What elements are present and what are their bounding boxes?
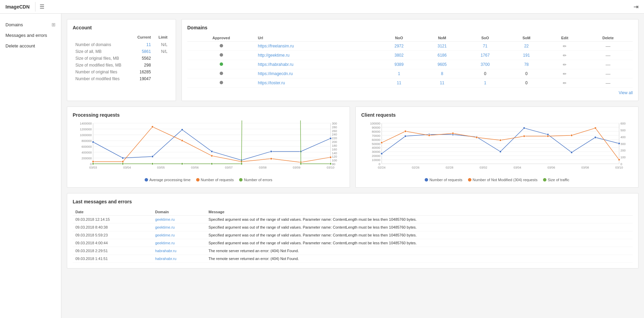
message-domain[interactable]: geektime.ru [155,217,175,221]
svg-text:03/05: 03/05 [157,166,165,169]
domains-col-noo: NoO [378,34,421,42]
legend-dot [196,178,200,182]
nav-divider [35,2,35,12]
domains-col-delete: Delete [583,34,633,42]
domain-row: https://toster.ru111110✏— [187,78,633,88]
legend-dot [543,178,546,182]
domain-url[interactable]: http://geektime.ru [258,53,290,58]
svg-point-115 [594,136,596,139]
edit-icon[interactable]: ✏ [563,44,567,49]
legend-dot [425,178,428,182]
client-legend: Number of requestsNumber of Not Modified… [361,178,633,182]
delete-icon[interactable]: — [606,80,611,86]
message-row: 09.03.2018 4:00:44geektime.ruSpecified a… [73,239,633,247]
menu-icon[interactable]: ☰ [40,3,44,10]
edit-icon[interactable]: ✏ [563,53,567,58]
svg-point-49 [122,161,124,163]
domains-col-soo: SoO [464,34,507,42]
edit-icon[interactable]: ✏ [563,62,567,67]
account-row: Size of all, MB5861N/L [73,48,170,55]
domains-col-nom: NoM [421,34,464,42]
domains-col-url: Url [255,34,378,42]
svg-point-43 [211,150,213,153]
svg-point-117 [381,142,383,144]
svg-text:80: 80 [332,162,335,166]
delete-icon[interactable]: — [606,71,611,76]
svg-text:200: 200 [332,140,337,144]
svg-point-106 [381,153,383,155]
message-domain[interactable]: habrahabr.ru [155,257,176,261]
message-row: 09.03.2018 8:40:38geektime.ruSpecified a… [73,223,633,231]
delete-icon[interactable]: — [606,43,611,49]
domain-row: https://imagecdn.ru1800✏— [187,69,633,78]
domains-col-som: SoM [507,34,546,42]
delete-icon[interactable]: — [606,53,611,58]
processing-chart: 1400000120000010000008000006000004000002… [73,120,344,175]
svg-text:100000: 100000 [370,122,380,125]
legend-label: Average processing time [149,178,191,182]
client-title: Client requests [361,112,633,118]
svg-text:03/10: 03/10 [615,166,623,169]
message-domain[interactable]: habrahabr.ru [155,249,176,253]
charts-row: Processing requests 14000001200000100000… [67,106,639,188]
message-domain[interactable]: geektime.ru [155,241,175,245]
svg-point-54 [270,158,272,160]
svg-text:100: 100 [332,159,337,162]
svg-text:1400000: 1400000 [80,122,92,125]
messages-col: Domain [152,208,206,216]
svg-point-47 [330,138,332,140]
legend-dot [145,178,148,182]
svg-point-118 [405,130,407,132]
account-row: Number of domains11N/L [73,41,170,48]
account-col-current: Current [132,34,153,41]
svg-point-112 [523,127,525,129]
view-all-anchor[interactable]: View all [619,90,633,95]
svg-text:20000: 20000 [372,154,380,158]
legend-label: Number of requests [201,178,234,182]
svg-text:60000: 60000 [372,138,380,142]
plus-icon[interactable]: ⊞ [52,22,56,27]
svg-text:03/10: 03/10 [327,166,335,169]
svg-text:03/09: 03/09 [293,166,301,169]
sidebar-domains-label: Domains [5,22,23,27]
main-content: Account Current Limit Number of domains1… [61,14,644,318]
domain-url[interactable]: https://imagecdn.ru [258,71,293,76]
layout: Domains ⊞ Messages and errors Delete acc… [0,14,644,318]
svg-text:0: 0 [379,162,380,166]
svg-point-116 [618,143,620,145]
message-row: 09.03.2018 1:41:51habrahabr.ruThe remote… [73,255,633,263]
client-svg: 1000009000080000700006000050000400003000… [361,120,633,173]
svg-text:50000: 50000 [372,142,380,146]
message-domain[interactable]: geektime.ru [155,233,175,237]
sidebar-item-domains[interactable]: Domains ⊞ [0,19,61,30]
processing-requests-card: Processing requests 14000001200000100000… [67,106,350,188]
svg-text:600: 600 [620,122,626,125]
logout-icon[interactable]: ⇥ [633,3,639,10]
svg-text:02/28: 02/28 [446,166,454,169]
sidebar-item-messages[interactable]: Messages and errors [0,30,61,41]
svg-text:03/02: 03/02 [480,166,487,169]
svg-point-51 [181,140,183,142]
svg-point-125 [571,134,573,136]
svg-text:1200000: 1200000 [80,128,92,131]
domain-url[interactable]: https://toster.ru [258,81,285,85]
delete-icon[interactable]: — [606,62,611,67]
domain-url[interactable]: https://habrahabr.ru [258,62,293,67]
view-all-link[interactable]: View all [187,88,633,95]
svg-point-45 [270,150,272,153]
domain-url[interactable]: https://freelansim.ru [258,44,294,48]
legend-dot [239,178,243,182]
account-row: Number of modified files19047 [73,75,170,82]
svg-text:140: 140 [332,151,337,155]
client-requests-card: Client requests 100000900008000070000600… [355,106,639,188]
svg-text:02/24: 02/24 [378,166,386,169]
processing-title: Processing requests [73,112,344,118]
svg-point-40 [122,157,124,159]
edit-icon[interactable]: ✏ [563,71,567,76]
message-domain[interactable]: geektime.ru [155,225,175,229]
svg-text:280: 280 [332,126,337,129]
edit-icon[interactable]: ✏ [563,81,567,86]
sidebar-item-delete-account[interactable]: Delete account [0,41,61,51]
svg-text:30000: 30000 [372,150,380,154]
account-row: Size of original files, MB5562 [73,55,170,62]
